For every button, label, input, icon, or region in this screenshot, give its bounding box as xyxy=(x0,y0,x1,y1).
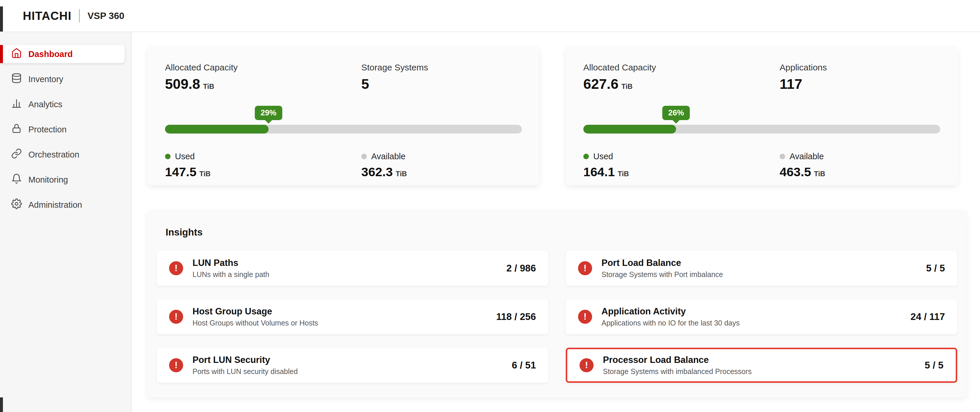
used-value: 147.5 xyxy=(165,165,197,179)
insight-count: 5 / 5 xyxy=(926,263,945,274)
insight-subtitle: Ports with LUN security disabled xyxy=(192,367,298,376)
sidebar-item-label: Protection xyxy=(29,125,67,135)
available-value: 362.3 xyxy=(361,165,393,179)
allocated-capacity-label: Allocated Capacity xyxy=(583,63,780,73)
capacity-progress: 29% xyxy=(165,125,522,133)
used-dot xyxy=(583,154,589,159)
available-label: Available xyxy=(371,152,406,161)
insight-title: Host Group Usage xyxy=(192,306,318,317)
storage-systems-stat: Storage Systems 5 xyxy=(361,63,522,92)
insight-count: 118 / 256 xyxy=(496,311,536,322)
storage-systems-label: Storage Systems xyxy=(361,63,522,73)
sidebar-item-monitoring[interactable]: Monitoring xyxy=(0,171,131,189)
capacity-row: Allocated Capacity 509.8 TiB Storage Sys… xyxy=(148,47,968,185)
product-name: VSP 360 xyxy=(88,11,124,21)
capacity-progress-track xyxy=(583,125,940,133)
sidebar: Dashboard Inventory Analytics Protection… xyxy=(0,32,132,412)
applications-stat: Applications 117 xyxy=(780,63,940,92)
sidebar-item-administration[interactable]: Administration xyxy=(0,196,131,214)
used-value: 164.1 xyxy=(583,165,615,179)
sidebar-item-label: Inventory xyxy=(29,74,63,84)
left-edge-mark-top xyxy=(0,6,3,32)
alert-icon: ! xyxy=(169,310,183,324)
insight-item-lun-paths[interactable]: ! LUN Paths LUNs with a single path 2 / … xyxy=(157,251,548,286)
available-stat: Available 362.3 TiB xyxy=(361,152,522,179)
insight-item-port-lun-security[interactable]: ! Port LUN Security Ports with LUN secur… xyxy=(157,348,548,383)
insight-item-port-load-balance[interactable]: ! Port Load Balance Storage Systems with… xyxy=(566,251,957,286)
insight-item-processor-load-balance[interactable]: ! Processor Load Balance Storage Systems… xyxy=(566,348,957,383)
sidebar-item-protection[interactable]: Protection xyxy=(0,120,131,138)
insights-title: Insights xyxy=(165,227,957,238)
available-dot xyxy=(361,154,367,159)
used-unit: TiB xyxy=(618,170,629,178)
available-value: 463.5 xyxy=(780,165,811,179)
alert-icon: ! xyxy=(579,358,593,372)
used-label: Used xyxy=(593,152,613,161)
insight-subtitle: Storage Systems with imbalanced Processo… xyxy=(603,367,752,376)
used-unit: TiB xyxy=(199,170,211,178)
brand-divider xyxy=(79,9,80,22)
insight-item-application-activity[interactable]: ! Application Activity Applications with… xyxy=(566,299,957,334)
insight-count: 2 / 986 xyxy=(506,263,536,274)
sidebar-item-orchestration[interactable]: Orchestration xyxy=(0,146,131,164)
insight-subtitle: LUNs with a single path xyxy=(192,270,269,279)
capacity-progress-fill xyxy=(583,125,676,133)
sidebar-item-label: Administration xyxy=(29,200,82,210)
used-stat: Used 147.5 TiB xyxy=(165,152,361,179)
allocated-capacity-value: 509.8 xyxy=(165,76,200,92)
sidebar-item-label: Analytics xyxy=(29,100,62,109)
sidebar-item-analytics[interactable]: Analytics xyxy=(0,95,131,113)
insight-count: 5 / 5 xyxy=(925,360,943,371)
alert-icon: ! xyxy=(169,261,183,275)
allocated-capacity-label: Allocated Capacity xyxy=(165,63,361,73)
percent-badge: 29% xyxy=(255,106,282,120)
insight-subtitle: Storage Systems with Port imbalance xyxy=(601,270,723,279)
hitachi-logo: HITACHI xyxy=(23,10,72,22)
sidebar-item-label: Orchestration xyxy=(29,150,79,160)
applications-label: Applications xyxy=(780,63,940,73)
sidebar-item-inventory[interactable]: Inventory xyxy=(0,70,131,88)
insights-grid: ! LUN Paths LUNs with a single path 2 / … xyxy=(157,251,957,383)
used-dot xyxy=(165,154,170,159)
available-stat: Available 463.5 TiB xyxy=(780,152,940,179)
insight-title: Port Load Balance xyxy=(601,258,723,268)
insight-count: 24 / 117 xyxy=(911,311,945,322)
sidebar-item-dashboard[interactable]: Dashboard xyxy=(0,45,125,63)
insight-count: 6 / 51 xyxy=(512,360,536,371)
inventory-icon xyxy=(11,73,22,86)
capacity-card-applications: Allocated Capacity 627.6 TiB Application… xyxy=(566,47,958,185)
percent-badge: 26% xyxy=(662,106,690,120)
protection-icon xyxy=(11,123,22,136)
allocated-capacity-stat: Allocated Capacity 509.8 TiB xyxy=(165,63,361,92)
available-label: Available xyxy=(789,152,824,161)
allocated-capacity-value: 627.6 xyxy=(583,76,619,92)
capacity-progress: 26% xyxy=(583,125,940,133)
used-label: Used xyxy=(175,152,195,161)
insight-title: Processor Load Balance xyxy=(603,355,752,365)
sidebar-item-label: Monitoring xyxy=(29,175,68,185)
capacity-progress-fill xyxy=(165,125,269,133)
applications-count: 117 xyxy=(780,76,802,92)
app-root: HITACHI VSP 360 Dashboard Inventory Anal… xyxy=(0,0,980,412)
brand: HITACHI VSP 360 xyxy=(23,9,124,22)
insight-title: Application Activity xyxy=(601,306,740,317)
available-unit: TiB xyxy=(396,170,407,178)
available-dot xyxy=(780,154,785,159)
used-stat: Used 164.1 TiB xyxy=(583,152,780,179)
administration-icon xyxy=(11,198,22,211)
capacity-progress-track xyxy=(165,125,522,133)
left-edge-mark-bottom xyxy=(0,398,3,412)
insight-subtitle: Applications with no IO for the last 30 … xyxy=(601,319,740,327)
storage-systems-count: 5 xyxy=(361,76,369,92)
allocated-capacity-unit: TiB xyxy=(621,82,632,90)
home-icon xyxy=(11,48,22,60)
insight-item-host-group-usage[interactable]: ! Host Group Usage Host Groups without V… xyxy=(157,299,548,334)
capacity-card-storage-systems: Allocated Capacity 509.8 TiB Storage Sys… xyxy=(148,47,539,185)
alert-icon: ! xyxy=(578,261,592,275)
orchestration-icon xyxy=(11,148,22,161)
allocated-capacity-unit: TiB xyxy=(203,82,214,90)
insight-title: Port LUN Security xyxy=(192,355,298,365)
allocated-capacity-stat: Allocated Capacity 627.6 TiB xyxy=(583,63,780,92)
insight-title: LUN Paths xyxy=(192,258,269,268)
monitoring-icon xyxy=(11,173,22,186)
